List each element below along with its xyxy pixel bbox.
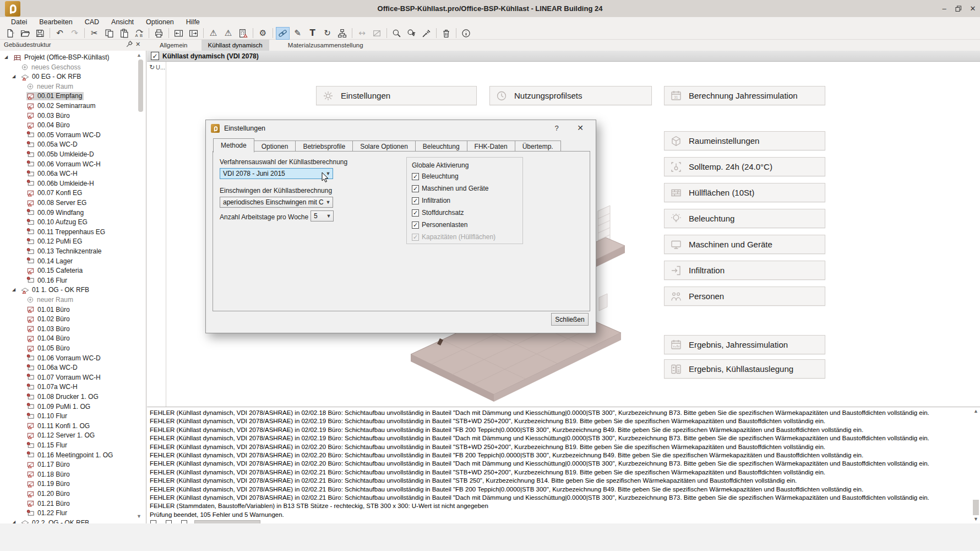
button-personen[interactable]: Personen (664, 287, 825, 306)
save-icon[interactable] (33, 27, 47, 40)
button-infiltration[interactable]: Infiltration (664, 261, 825, 280)
checkbox-maschinen-und-geräte[interactable]: ✓Maschinen und Geräte (412, 185, 522, 192)
replace-icon[interactable]: AB (132, 27, 146, 40)
tree-item[interactable]: 00.13 Technikzentrale (26, 247, 104, 256)
tree-item[interactable]: 00.05b Umkleide-D (26, 150, 96, 159)
minimize-button[interactable]: – (937, 3, 951, 14)
dialog-tab-methode[interactable]: Methode (213, 138, 254, 153)
tree-item[interactable]: 01.20 Büro (26, 489, 72, 499)
checkbox-personenlasten[interactable]: ✓Personenlasten (412, 221, 522, 229)
update-gutter[interactable]: ↻ U... (149, 64, 165, 71)
tree-item[interactable]: 00.15 Cafeteria (26, 266, 84, 276)
cut-icon[interactable]: ✂ (88, 27, 101, 40)
copy-icon[interactable] (102, 27, 116, 40)
zoom-icon[interactable] (390, 27, 404, 40)
tree-item[interactable]: 00.08 Server EG (26, 198, 88, 208)
checkbox-stoffdurchsatz[interactable]: ✓Stoffdurchsatz (412, 209, 522, 217)
tree-item[interactable]: 01.22 Flur (26, 509, 69, 518)
tree-add-item[interactable]: neues Geschoss (21, 62, 82, 72)
tree-add-item[interactable]: neuer Raum (26, 295, 75, 305)
tree-expand-icon[interactable]: ◢ (4, 55, 8, 60)
tree-item[interactable]: 00.09 Windfang (26, 208, 85, 217)
tree-item[interactable]: 00.10 Aufzug EG (26, 218, 89, 227)
undo-icon[interactable]: ↶ (53, 27, 67, 40)
pin-icon[interactable] (126, 41, 133, 48)
tree-item[interactable]: 00.12 PuMi EG (26, 237, 84, 246)
tree-item[interactable]: 01.07 Vorraum WC-H (26, 372, 102, 382)
button-solltemp-24h-24-0-c-[interactable]: Solltemp. 24h (24.0°C) (664, 157, 825, 176)
tab-materialzusammenstellung[interactable]: Materialzusammenstellung (281, 40, 370, 51)
tree-item[interactable]: 00.14 Lager (26, 256, 74, 266)
checkbox-infiltration[interactable]: ✓Infiltration (412, 197, 522, 204)
tree-item[interactable]: 00.01 Empfang (26, 91, 84, 101)
tree-item[interactable]: 01.18 Büro (26, 469, 72, 479)
info-icon[interactable] (459, 27, 473, 40)
tree-item[interactable]: 00.05a WC-D (26, 140, 79, 149)
dialog-tab--bertemp-[interactable]: Übertemp. (515, 141, 561, 152)
button-nutzungsprofilsets[interactable]: Nutzungsprofilsets (489, 86, 652, 105)
workdays-combobox[interactable]: 5 ▼ (311, 210, 334, 222)
module-enabled-checkbox[interactable]: ✓ (151, 52, 159, 60)
schliessen-button[interactable]: Schließen (551, 313, 589, 326)
tree-item[interactable]: 00.06a WC-H (26, 169, 79, 179)
tree-item[interactable]: 02 2. OG - OK RFB (21, 518, 91, 523)
dialog-tab-betriebsprofile[interactable]: Betriebsprofile (295, 141, 353, 152)
warning-icon[interactable]: ⚠ (206, 27, 220, 40)
redo-icon[interactable]: ↷ (68, 27, 81, 40)
dialog-title-bar[interactable]: Einstellungen (206, 120, 596, 137)
tree-scrollbar-thumb[interactable] (138, 60, 143, 112)
tab-allgemein[interactable]: Allgemein (153, 40, 194, 51)
tree-item[interactable]: 01.12 Server 1. OG (26, 431, 96, 440)
tree-item[interactable]: 01.05 Büro (26, 344, 72, 353)
menu-item-datei[interactable]: Datei (5, 18, 33, 27)
warning-bold-icon[interactable]: ⚠ (221, 27, 235, 40)
tree-item[interactable]: 01.17 Büro (26, 460, 72, 469)
tree-item[interactable]: 01.21 Büro (26, 499, 72, 508)
log-scrollbar[interactable]: ▲ ▼ (972, 408, 979, 522)
tree-item[interactable]: Projekt (Office-BSP-Kühllast) (13, 53, 111, 62)
dock-left-icon[interactable] (172, 27, 186, 40)
tree-item[interactable]: 01.11 Konfi 1. OG (26, 421, 91, 430)
pencil-icon[interactable]: ✎ (291, 27, 304, 40)
tab-kühllast-dynamisch[interactable]: Kühllast dynamisch (202, 40, 269, 51)
tree-expand-icon[interactable]: ◢ (12, 520, 15, 523)
open-folder-icon[interactable] (18, 27, 32, 40)
paste-icon[interactable] (117, 27, 131, 40)
new-file-icon[interactable] (3, 27, 17, 40)
tree-expand-icon[interactable]: ◢ (12, 74, 15, 79)
dialog-tab-solare-optionen[interactable]: Solare Optionen (352, 141, 416, 152)
menu-item-ansicht[interactable]: Ansicht (105, 18, 140, 27)
tree-add-item[interactable]: neuer Raum (26, 82, 75, 91)
tree-item[interactable]: 01.04 Büro (26, 334, 72, 343)
gear-icon[interactable]: ⚙ (256, 27, 270, 40)
dock-right-icon[interactable] (187, 27, 200, 40)
button-berechnung-jahressimulation[interactable]: 31Berechnung Jahressimulation (664, 86, 825, 105)
zoom-select-icon[interactable] (405, 27, 418, 40)
tree-item[interactable]: 01.19 Büro (26, 479, 72, 489)
tree-item[interactable]: 00.04 Büro (26, 121, 72, 130)
button-einstellungen[interactable]: Einstellungen (316, 86, 477, 105)
dialog-help-button[interactable]: ? (552, 124, 562, 132)
scroll-down-icon[interactable]: ▼ (973, 516, 978, 522)
tree-item[interactable]: 00.06b Umkleide-H (26, 179, 96, 188)
dialog-close-button[interactable]: ✕ (575, 123, 586, 132)
tree-scroll-up-icon[interactable]: ▲ (137, 52, 141, 58)
tree-expand-icon[interactable]: ◢ (12, 287, 15, 292)
menu-item-optionen[interactable]: Optionen (140, 18, 180, 27)
tree-item[interactable]: 01.01 Büro (26, 305, 72, 314)
tree-item[interactable]: 00.11 Treppenhaus EG (26, 227, 107, 236)
hierarchy-icon[interactable] (335, 27, 349, 40)
tree-item[interactable]: 00.02 Seminarraum (26, 101, 97, 111)
checkbox-beleuchtung[interactable]: ✓Beleuchtung (412, 172, 522, 180)
tree-item[interactable]: 00.16 Flur (26, 276, 69, 285)
button-maschinen-und-geräte[interactable]: Maschinen und Geräte (664, 235, 825, 254)
menu-item-bearbeiten[interactable]: Bearbeiten (33, 18, 78, 27)
tree-item[interactable]: 00 EG - OK RFB (21, 72, 83, 82)
dialog-tab-beleuchtung[interactable]: Beleuchtung (415, 141, 467, 152)
tree-item[interactable]: 01.06a WC-D (26, 363, 79, 372)
tree-item[interactable]: 01.09 PuMi 1. OG (26, 402, 92, 411)
menu-item-hilfe[interactable]: Hilfe (180, 18, 206, 27)
tree-item[interactable]: 00.03 Büro (26, 111, 72, 120)
restore-button[interactable] (951, 3, 966, 14)
h-spacing-icon[interactable]: ↔ (355, 27, 369, 40)
